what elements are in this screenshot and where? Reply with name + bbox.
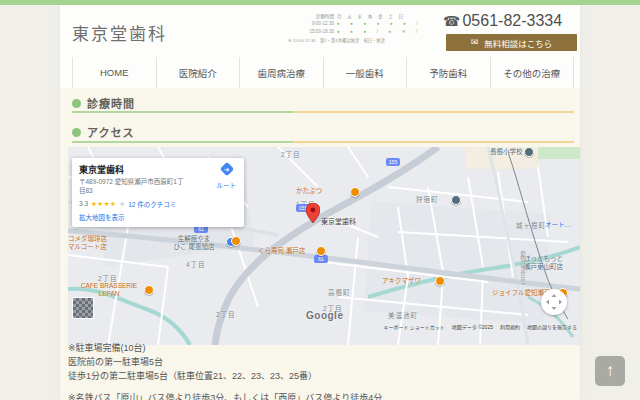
back-to-top-button[interactable]: ↑ <box>595 356 625 386</box>
hours-note: ※ 15:00-17:30 第2・第3木曜は休診 祝日・休診 <box>288 37 438 43</box>
star-rating-icon: ★★★★ <box>91 200 116 208</box>
mail-icon: ✉ <box>471 38 479 47</box>
nav-item-general[interactable]: 一般歯科 <box>323 57 407 88</box>
hours-row2-time: 15:00-18:30 <box>288 28 337 35</box>
map-poi-label[interactable]: CAFE BRASSERIELEPAN <box>76 282 142 298</box>
phone-number[interactable]: ☎0561-82-3334 <box>443 12 578 30</box>
parking-note-2: 医院前の第一駐車場5台 <box>68 355 163 368</box>
section-hours-underline <box>72 111 574 113</box>
star-empty-icon: ★ <box>119 200 125 208</box>
transit-poi-icon[interactable] <box>451 195 461 205</box>
phone-number-text: 0561-82-3334 <box>462 12 562 29</box>
nav-item-home[interactable]: HOME <box>72 57 156 88</box>
map-area-label: 美濃池町 <box>388 310 418 320</box>
pan-arrows-icon <box>545 293 563 311</box>
main-nav: HOME 医院紹介 歯周病治療 一般歯科 予防歯科 その他の治療 <box>72 57 574 88</box>
map-poi-label[interactable]: コメダ珈琲店マルコート店 <box>68 235 107 251</box>
hours-days: 月 火 水 木 金 土 日 <box>337 13 438 20</box>
hours-row-morning: 9:00-12:30 ● ● ● ● ● ● / <box>288 20 438 27</box>
green-dot-icon <box>72 128 81 137</box>
map-card-title: 東京堂歯科 <box>79 163 237 176</box>
section-access-title: アクセス <box>87 124 134 140</box>
restaurant-poi-icon[interactable] <box>316 246 326 256</box>
section-hours-title: 診療時間 <box>87 95 135 111</box>
map-data-label: 地図データ ©2025 <box>452 323 493 330</box>
section-hours-heading: 診療時間 <box>72 95 135 111</box>
report-error-link[interactable]: 地図の誤りを報告する <box>527 323 577 330</box>
map-area-label: 狩宿町 <box>416 194 439 204</box>
page: 東京堂歯科 診療時間 月 火 水 木 金 土 日 9:00-12:30 ● ● … <box>0 0 640 400</box>
restaurant-poi-icon[interactable] <box>350 187 360 197</box>
map-road-name-label: 愛知県道61号 <box>519 251 527 285</box>
phone-icon: ☎ <box>443 13 460 29</box>
restaurant-poi-icon[interactable] <box>231 236 241 246</box>
google-logo[interactable]: Google <box>306 310 343 321</box>
map-info-card: 東京堂歯科 ➜ 〒489-0972 愛知県瀬戸市西原町1丁 目83 ルート 3.… <box>72 158 244 227</box>
map-pan-control[interactable] <box>541 289 567 315</box>
map-poi-label[interactable]: 生鮮館やまひこ 尾張旭店 <box>163 235 225 251</box>
map-pin-icon[interactable] <box>306 203 320 227</box>
hours-title: 診療時間 <box>288 13 337 20</box>
map-poi-label[interactable]: くら寿司 瀬戸店 <box>258 247 305 255</box>
map-pin-label: 東京堂歯科 <box>321 218 356 226</box>
nav-item-perio[interactable]: 歯周病治療 <box>239 57 323 88</box>
parking-note-1: ※駐車場完備(10台) <box>68 341 146 354</box>
nav-item-preventive[interactable]: 予防歯科 <box>406 57 490 88</box>
restaurant-poi-icon[interactable] <box>435 276 445 286</box>
streetview-thumbnail[interactable] <box>72 297 94 319</box>
enlarge-map-link[interactable]: 拡大地図を表示 <box>79 212 237 222</box>
map-area-label: 城ヶ根町 <box>516 220 546 230</box>
google-map-embed[interactable]: 2丁目 1丁目 狩宿町 4丁目 2丁目 2丁目 高根町 2丁目 城ヶ根町 美濃池… <box>68 147 580 345</box>
map-poi-label[interactable]: アキクマザワ <box>382 277 421 285</box>
section-access-heading: アクセス <box>72 124 134 140</box>
map-area-label: 2丁目 <box>281 149 301 159</box>
nav-item-other[interactable]: その他の治療 <box>490 57 575 88</box>
terms-link[interactable]: 利用規約 <box>500 323 520 330</box>
route-shield: 155 <box>386 158 400 166</box>
map-poi-label[interactable]: 長根小学校 <box>490 148 523 156</box>
route-shield: 61 <box>314 255 328 263</box>
green-dot-icon <box>72 99 81 108</box>
school-poi-icon[interactable] <box>524 147 534 157</box>
section-access-underline <box>72 141 574 143</box>
up-arrow-icon: ↑ <box>606 361 615 381</box>
nav-item-clinic-intro[interactable]: 医院紹介 <box>156 57 240 88</box>
map-poi-label[interactable]: オート… <box>545 221 571 229</box>
map-card-rating: 3.3 ★★★★★ 12 件のクチコミ <box>79 199 237 209</box>
hours-row1-time: 9:00-12:30 <box>288 20 337 27</box>
keyboard-shortcuts-link[interactable]: キーボード ショートカット <box>383 323 444 330</box>
map-poi-label[interactable]: かたぶつ <box>296 187 322 195</box>
hours-row2-marks: ● ● ● / ● ※ / <box>337 28 438 35</box>
parking-note-3: 徒歩1分の第二駐車場5台（駐車位置21、22、23、23、25番） <box>68 369 317 382</box>
map-area-label: 4丁目 <box>186 259 206 269</box>
map-card-address: 〒489-0972 愛知県瀬戸市西原町1丁 目83 <box>79 178 209 196</box>
map-poi-label[interactable]: ほっともっと瀬戸東山町店 <box>524 255 563 271</box>
bus-access-note: ※名鉄バス「原山」バス停より徒歩3分、もしくは「西原」バス停より徒歩4分 <box>68 391 382 400</box>
hours-row1-marks: ● ● ● ● ● ● / <box>337 20 438 27</box>
map-area-label: 2丁目 <box>216 309 236 319</box>
route-link[interactable]: ルート <box>217 180 237 190</box>
map-area-label: 高根町 <box>328 287 351 297</box>
top-accent-bar <box>0 0 640 5</box>
free-consultation-button[interactable]: ✉ 無料相談はこちら <box>446 34 577 51</box>
hours-mini-table: 診療時間 月 火 水 木 金 土 日 9:00-12:30 ● ● ● ● ● … <box>288 13 438 43</box>
reviews-link[interactable]: 12 件のクチコミ <box>128 199 176 209</box>
cafe-poi-icon[interactable] <box>144 285 154 295</box>
site-logo-text[interactable]: 東京堂歯科 <box>72 20 167 45</box>
rating-value: 3.3 <box>79 200 88 207</box>
hours-row-afternoon: 15:00-18:30 ● ● ● / ● ※ / <box>288 28 438 35</box>
hours-header-row: 診療時間 月 火 水 木 金 土 日 <box>288 13 438 20</box>
map-attribution: キーボード ショートカット 地図データ ©2025 利用規約 地図の誤りを報告す… <box>383 323 577 330</box>
consult-button-label: 無料相談はこちら <box>484 37 552 49</box>
